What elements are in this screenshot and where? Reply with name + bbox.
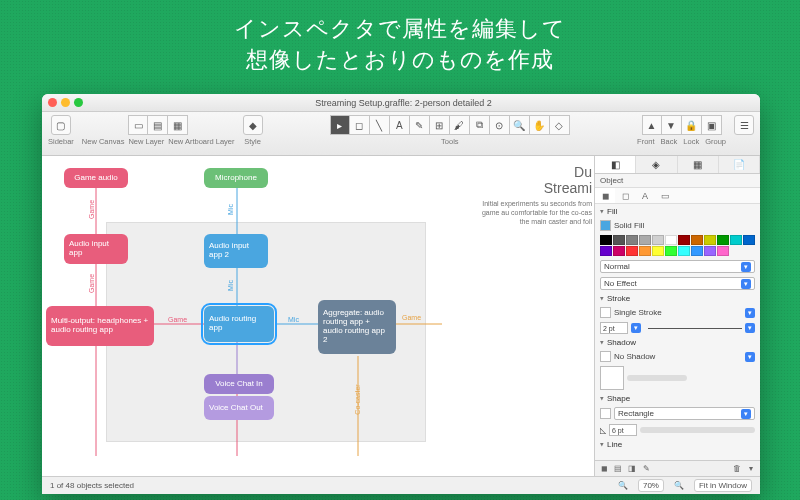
new-layer-button[interactable]: ▤ xyxy=(148,115,168,135)
bring-front-button[interactable]: ▲ xyxy=(642,115,662,135)
node-aggregate[interactable]: Aggregate: audio routing app + audio rou… xyxy=(318,300,396,354)
diagram-tool[interactable]: ⊞ xyxy=(430,115,450,135)
selection-tool[interactable]: ▸ xyxy=(330,115,350,135)
node-audio-input-app[interactable]: Audio input app xyxy=(64,234,128,264)
toolbar: ▢ Sidebar ▭ ▤ ▦ New Canvas New Layer New… xyxy=(42,112,760,156)
group-button[interactable]: ▣ xyxy=(702,115,722,135)
footer-view3-icon[interactable]: ◨ xyxy=(627,464,637,474)
corner-radius-input[interactable]: 6 pt xyxy=(609,424,637,436)
blend-mode-select[interactable]: Normal▾ xyxy=(600,260,755,273)
edge-label: Game xyxy=(88,200,95,219)
corner-radius-slider[interactable] xyxy=(640,427,755,433)
palette-swatch[interactable] xyxy=(691,246,703,256)
edge-label: Mic xyxy=(288,316,299,323)
lock-button[interactable]: 🔒 xyxy=(682,115,702,135)
shadow-offset-well[interactable] xyxy=(600,366,624,390)
palette-swatch[interactable] xyxy=(691,235,703,245)
zoom-in-icon[interactable]: 🔍 xyxy=(674,481,684,490)
footer-edit-icon[interactable]: ✎ xyxy=(641,464,651,474)
minimize-icon[interactable] xyxy=(61,98,70,107)
palette-swatch[interactable] xyxy=(600,235,612,245)
subtab-text-icon[interactable]: A xyxy=(635,188,655,203)
tab-canvas[interactable]: ▦ xyxy=(678,156,719,173)
close-icon[interactable] xyxy=(48,98,57,107)
palette-swatch[interactable] xyxy=(704,235,716,245)
inspector-header: Object xyxy=(595,174,760,188)
section-shadow[interactable]: Shadow xyxy=(600,338,755,347)
line-tool[interactable]: ╲ xyxy=(370,115,390,135)
text-tool[interactable]: A xyxy=(390,115,410,135)
palette-swatch[interactable] xyxy=(613,246,625,256)
subtab-fill-icon[interactable]: ◼ xyxy=(595,188,615,203)
tab-properties[interactable]: ◈ xyxy=(636,156,677,173)
send-back-button[interactable]: ▼ xyxy=(662,115,682,135)
zoom-tool[interactable]: 🔍 xyxy=(510,115,530,135)
palette-swatch[interactable] xyxy=(665,246,677,256)
palette-swatch[interactable] xyxy=(613,235,625,245)
node-game-audio[interactable]: Game audio xyxy=(64,168,128,188)
fill-effect-select[interactable]: No Effect▾ xyxy=(600,277,755,290)
shadow-swatch[interactable] xyxy=(600,351,611,362)
zoom-level[interactable]: 70% xyxy=(638,479,664,492)
palette-swatch[interactable] xyxy=(652,235,664,245)
style-button[interactable]: ◆ xyxy=(243,115,263,135)
zoom-icon[interactable] xyxy=(74,98,83,107)
footer-view1-icon[interactable]: ◼ xyxy=(599,464,609,474)
section-fill[interactable]: Fill xyxy=(600,207,755,216)
rubber-stamp-tool[interactable]: ⧉ xyxy=(470,115,490,135)
new-canvas-button[interactable]: ▭ xyxy=(128,115,148,135)
footer-view2-icon[interactable]: ▤ xyxy=(613,464,623,474)
footer-more-icon[interactable]: ▾ xyxy=(746,464,756,474)
palette-swatch[interactable] xyxy=(600,246,612,256)
palette-swatch[interactable] xyxy=(717,235,729,245)
hand-tool[interactable]: ✋ xyxy=(530,115,550,135)
node-microphone[interactable]: Microphone xyxy=(204,168,268,188)
new-artboard-layer-button[interactable]: ▦ xyxy=(168,115,188,135)
stroke-swatch[interactable] xyxy=(600,307,611,318)
node-voice-chat-out[interactable]: Voice Chat Out xyxy=(204,396,274,420)
stroke-width-input[interactable]: 2 pt xyxy=(600,322,628,334)
stroke-type-arrow[interactable]: ▾ xyxy=(745,308,755,318)
sidebar-toggle-button[interactable]: ▢ xyxy=(51,115,71,135)
pen-tool[interactable]: ✎ xyxy=(410,115,430,135)
tab-document[interactable]: 📄 xyxy=(719,156,760,173)
palette-swatch[interactable] xyxy=(678,235,690,245)
shadow-blur-slider[interactable] xyxy=(627,375,687,381)
shape-type-select[interactable]: Rectangle▾ xyxy=(614,407,755,420)
palette-swatch[interactable] xyxy=(665,235,677,245)
shape-tool[interactable]: ◻ xyxy=(350,115,370,135)
shadow-type-arrow[interactable]: ▾ xyxy=(745,352,755,362)
point-editor-tool[interactable]: ◇ xyxy=(550,115,570,135)
subtab-geometry-icon[interactable]: ▭ xyxy=(655,188,675,203)
section-shape[interactable]: Shape xyxy=(600,394,755,403)
style-brush-tool[interactable]: 🖌 xyxy=(450,115,470,135)
node-audio-input-app-2[interactable]: Audio input app 2 xyxy=(204,234,268,268)
section-line[interactable]: Line xyxy=(600,440,755,449)
palette-swatch[interactable] xyxy=(730,235,742,245)
palette-swatch[interactable] xyxy=(639,235,651,245)
footer-trash-icon[interactable]: 🗑 xyxy=(732,464,742,474)
node-audio-routing-app[interactable]: Audio routing app xyxy=(204,306,274,342)
stroke-style-arrow[interactable]: ▾ xyxy=(745,323,755,333)
palette-swatch[interactable] xyxy=(704,246,716,256)
subtab-stroke-icon[interactable]: ◻ xyxy=(615,188,635,203)
inspector-toggle-button[interactable]: ☰ xyxy=(734,115,754,135)
palette-swatch[interactable] xyxy=(626,246,638,256)
palette-swatch[interactable] xyxy=(743,235,755,245)
magnet-tool[interactable]: ⊙ xyxy=(490,115,510,135)
palette-swatch[interactable] xyxy=(678,246,690,256)
zoom-out-icon[interactable]: 🔍 xyxy=(618,481,628,490)
fill-swatch[interactable] xyxy=(600,220,611,231)
shape-swatch[interactable] xyxy=(600,408,611,419)
canvas[interactable]: Game Game Game Mic Mic Mic Game Co-caste… xyxy=(42,156,594,476)
node-multi-output[interactable]: Multi-output: headphones + audio routing… xyxy=(46,306,154,346)
node-voice-chat-in[interactable]: Voice Chat In xyxy=(204,374,274,394)
section-stroke[interactable]: Stroke xyxy=(600,294,755,303)
tab-object[interactable]: ◧ xyxy=(595,156,636,173)
palette-swatch[interactable] xyxy=(626,235,638,245)
palette-swatch[interactable] xyxy=(717,246,729,256)
fit-window-button[interactable]: Fit in Window xyxy=(694,479,752,492)
palette-swatch[interactable] xyxy=(652,246,664,256)
palette-swatch[interactable] xyxy=(639,246,651,256)
stroke-width-stepper[interactable]: ▾ xyxy=(631,323,641,333)
